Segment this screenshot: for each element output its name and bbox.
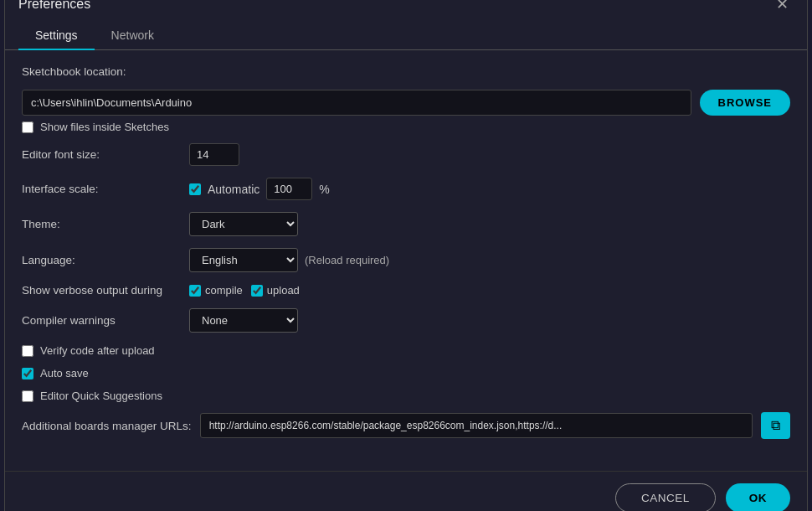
upload-verbose-item: upload (251, 284, 300, 297)
sketchbook-location-row: Sketchbook location: (22, 65, 790, 78)
quick-suggestions-checkbox[interactable] (22, 390, 33, 402)
verify-code-label[interactable]: Verify code after upload (40, 344, 155, 357)
automatic-label[interactable]: Automatic (208, 183, 260, 196)
show-files-label[interactable]: Show files inside Sketches (40, 121, 169, 133)
font-size-row: Editor font size: (22, 143, 790, 166)
compile-label[interactable]: compile (205, 284, 243, 297)
preferences-dialog: Preferences ✕ Settings Network Sketchboo… (4, 0, 808, 511)
interface-scale-label: Interface scale: (22, 183, 189, 195)
additional-urls-input[interactable] (200, 413, 753, 438)
automatic-checkbox[interactable] (189, 183, 201, 195)
url-edit-icon: ⧉ (771, 418, 780, 433)
compile-checkbox[interactable] (189, 285, 201, 297)
upload-label[interactable]: upload (267, 284, 300, 297)
scale-controls: Automatic % (189, 178, 330, 200)
dialog-title: Preferences (18, 0, 90, 12)
font-size-input[interactable] (189, 143, 239, 166)
upload-checkbox[interactable] (251, 285, 263, 297)
reload-note: (Reload required) (305, 254, 389, 266)
close-button[interactable]: ✕ (771, 0, 794, 15)
verify-code-row: Verify code after upload (22, 344, 790, 357)
verbose-label: Show verbose output during (22, 284, 189, 297)
ok-button[interactable]: OK (726, 483, 790, 511)
show-files-checkbox[interactable] (22, 121, 33, 133)
scale-value-input[interactable] (266, 178, 312, 200)
settings-content: Sketchbook location: BROWSE Show files i… (5, 50, 807, 464)
language-select[interactable]: English Deutsch Français (189, 248, 298, 272)
quick-suggestions-label[interactable]: Editor Quick Suggestions (40, 390, 162, 402)
auto-save-row: Auto save (22, 367, 790, 379)
auto-save-label[interactable]: Auto save (40, 367, 89, 379)
compiler-warnings-select[interactable]: None Default More All (189, 308, 298, 333)
url-edit-button[interactable]: ⧉ (761, 412, 790, 439)
verbose-row: Show verbose output during compile uploa… (22, 284, 790, 297)
title-bar: Preferences ✕ (5, 0, 807, 15)
language-row: Language: English Deutsch Français (Relo… (22, 248, 790, 272)
scale-unit: % (319, 183, 329, 196)
tab-settings[interactable]: Settings (18, 22, 95, 50)
language-label: Language: (22, 254, 189, 266)
sketchbook-path-input[interactable] (22, 90, 691, 116)
theme-select[interactable]: Dark Light System (189, 212, 298, 236)
interface-scale-row: Interface scale: Automatic % (22, 178, 790, 200)
sketchbook-path-row: BROWSE (22, 90, 790, 116)
dialog-footer: CANCEL OK (5, 471, 807, 511)
compile-verbose-item: compile (189, 284, 243, 297)
theme-label: Theme: (22, 218, 189, 230)
compiler-warnings-label: Compiler warnings (22, 314, 189, 327)
font-size-label: Editor font size: (22, 148, 189, 161)
compiler-warnings-row: Compiler warnings None Default More All (22, 308, 790, 333)
tab-bar: Settings Network (5, 22, 807, 50)
quick-suggestions-row: Editor Quick Suggestions (22, 390, 790, 402)
show-files-row: Show files inside Sketches (22, 121, 790, 133)
theme-row: Theme: Dark Light System (22, 212, 790, 236)
verbose-controls: compile upload (189, 284, 300, 297)
additional-urls-row: Additional boards manager URLs: ⧉ (22, 412, 790, 439)
auto-save-checkbox[interactable] (22, 368, 33, 379)
additional-urls-label: Additional boards manager URLs: (22, 420, 192, 432)
tab-network[interactable]: Network (95, 22, 171, 50)
verify-code-checkbox[interactable] (22, 345, 33, 357)
cancel-button[interactable]: CANCEL (615, 483, 716, 511)
sketchbook-label: Sketchbook location: (22, 65, 126, 78)
browse-button[interactable]: BROWSE (700, 90, 791, 116)
